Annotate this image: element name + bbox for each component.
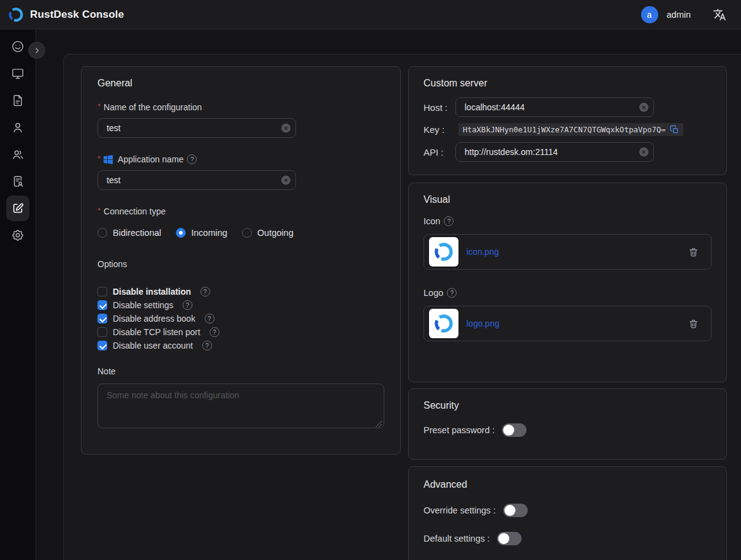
checkbox[interactable]: [97, 287, 107, 297]
sidebar-nav: [0, 29, 36, 560]
rustdesk-logo-icon: [433, 241, 455, 263]
help-icon[interactable]: [210, 327, 219, 337]
preset-password-row: Preset password :: [424, 423, 712, 437]
users-group-icon: [11, 148, 25, 161]
sidebar-item-custom-clients[interactable]: [6, 195, 29, 221]
host-input-wrap: [455, 97, 654, 117]
checkbox[interactable]: [97, 314, 107, 324]
override-settings-toggle[interactable]: [503, 504, 528, 517]
logo-label: Logo: [424, 288, 712, 298]
trash-icon[interactable]: [688, 319, 699, 329]
host-row: Host :: [424, 97, 712, 117]
icon-label: Icon: [424, 216, 712, 226]
checkbox[interactable]: [97, 341, 107, 350]
chevron-right-icon: [33, 47, 41, 55]
app-title: RustDesk Console: [30, 9, 124, 21]
key-box: HtaXBkJNHyn0e1U1jWXze7A7CN7QTGWqxkOtpaVp…: [458, 123, 683, 136]
api-row: API :: [424, 142, 712, 162]
key-row: Key : HtaXBkJNHyn0e1U1jWXze7A7CN7QTGWqxk…: [424, 123, 712, 136]
default-settings-toggle[interactable]: [497, 532, 522, 545]
content-panel: General * Name of the configuration * Ap…: [63, 54, 741, 560]
custom-server-title: Custom server: [424, 78, 712, 89]
help-icon[interactable]: [200, 287, 210, 297]
user-icon: [11, 121, 25, 134]
general-title: General: [97, 78, 384, 89]
smiley-icon: [11, 40, 25, 53]
sidebar-item-overview[interactable]: [4, 33, 31, 60]
key-value: HtaXBkJNHyn0e1U1jWXze7A7CN7QTGWqxkOtpaVp…: [463, 125, 666, 134]
security-card: Security Preset password :: [408, 388, 727, 460]
windows-icon: [104, 155, 113, 164]
visual-card: Visual Icon icon.png Logo: [408, 183, 727, 382]
advanced-card: Advanced Override settings : Default set…: [408, 466, 727, 560]
clear-app-name-icon[interactable]: [281, 176, 291, 185]
checkbox[interactable]: [97, 300, 107, 310]
sidebar-expand-button[interactable]: [28, 42, 45, 59]
security-title: Security: [424, 400, 712, 411]
logo-thumbnail: [429, 309, 458, 338]
monitor-icon: [11, 67, 25, 80]
sidebar-item-audits[interactable]: [4, 87, 31, 114]
sidebar-item-logs[interactable]: [4, 168, 31, 195]
edit-icon: [11, 202, 25, 215]
general-card: General * Name of the configuration * Ap…: [81, 66, 401, 455]
radio-incoming[interactable]: Incoming: [176, 228, 227, 238]
advanced-title: Advanced: [424, 479, 712, 490]
host-label: Host :: [424, 102, 455, 113]
help-icon[interactable]: [447, 288, 457, 298]
required-asterisk: *: [97, 154, 101, 163]
file-text-icon: [11, 94, 25, 107]
radio-bidirectional[interactable]: Bidirectional: [97, 228, 161, 238]
custom-server-card: Custom server Host : Key : HtaXBkJNHyn0e…: [408, 66, 727, 175]
api-input[interactable]: [455, 142, 654, 162]
connection-type-label: * Connection type: [97, 206, 384, 216]
sidebar-item-groups[interactable]: [4, 141, 31, 168]
preset-password-toggle[interactable]: [502, 423, 526, 437]
note-label: Note: [97, 366, 384, 376]
copy-icon[interactable]: [670, 125, 679, 134]
override-settings-label: Override settings :: [424, 505, 496, 515]
toggle-knob: [504, 505, 515, 516]
note-textarea[interactable]: [97, 384, 384, 428]
icon-file-link[interactable]: icon.png: [466, 247, 499, 257]
clear-name-icon[interactable]: [281, 124, 291, 133]
checkbox[interactable]: [97, 327, 107, 337]
user-name[interactable]: admin: [667, 10, 691, 20]
help-icon[interactable]: [205, 314, 215, 324]
default-settings-label: Default settings :: [424, 534, 490, 543]
radio-circle[interactable]: [176, 228, 186, 238]
note-wrap: [97, 384, 384, 431]
toggle-knob: [498, 533, 509, 544]
gear-icon: [11, 229, 25, 242]
configuration-name-input[interactable]: [97, 118, 296, 138]
required-asterisk: *: [97, 206, 101, 215]
help-icon[interactable]: [187, 154, 197, 164]
sidebar-item-users[interactable]: [4, 114, 31, 141]
logo-file-link[interactable]: logo.png: [466, 319, 500, 328]
connection-type-radios: Bidirectional Incoming Outgoing: [97, 228, 384, 238]
radio-circle[interactable]: [242, 228, 252, 238]
trash-icon[interactable]: [688, 247, 699, 257]
required-asterisk: *: [97, 102, 101, 111]
clear-host-icon[interactable]: [639, 103, 648, 112]
icon-file-box: icon.png: [424, 234, 712, 270]
name-input-wrap: [97, 118, 296, 138]
key-label: Key :: [424, 124, 455, 135]
host-input[interactable]: [455, 97, 654, 117]
avatar[interactable]: a: [641, 6, 658, 23]
icon-thumbnail: [429, 237, 458, 267]
rustdesk-console-app: RustDesk Console a admin: [0, 0, 741, 560]
top-header: RustDesk Console a admin: [0, 0, 741, 29]
sidebar-item-devices[interactable]: [4, 60, 31, 87]
radio-outgoing[interactable]: Outgoing: [242, 228, 294, 238]
help-icon[interactable]: [202, 341, 212, 350]
clear-api-icon[interactable]: [639, 148, 648, 157]
help-icon[interactable]: [183, 300, 192, 310]
radio-circle[interactable]: [97, 228, 107, 238]
application-name-input[interactable]: [97, 170, 296, 190]
logo-file-box: logo.png: [424, 306, 712, 341]
help-icon[interactable]: [444, 216, 454, 226]
translate-icon[interactable]: [713, 8, 726, 21]
sidebar-item-settings[interactable]: [4, 222, 31, 249]
rustdesk-logo-icon: [7, 6, 25, 23]
